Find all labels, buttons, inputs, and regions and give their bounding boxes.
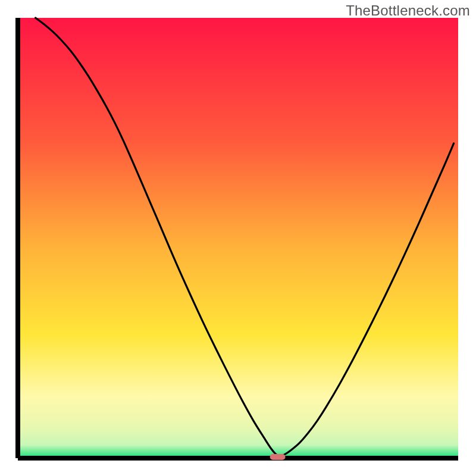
chart-container: TheBottleneck.com (0, 0, 476, 476)
bottleneck-chart (0, 0, 476, 476)
attribution-label: TheBottleneck.com (346, 2, 470, 19)
minimum-marker (270, 454, 286, 460)
